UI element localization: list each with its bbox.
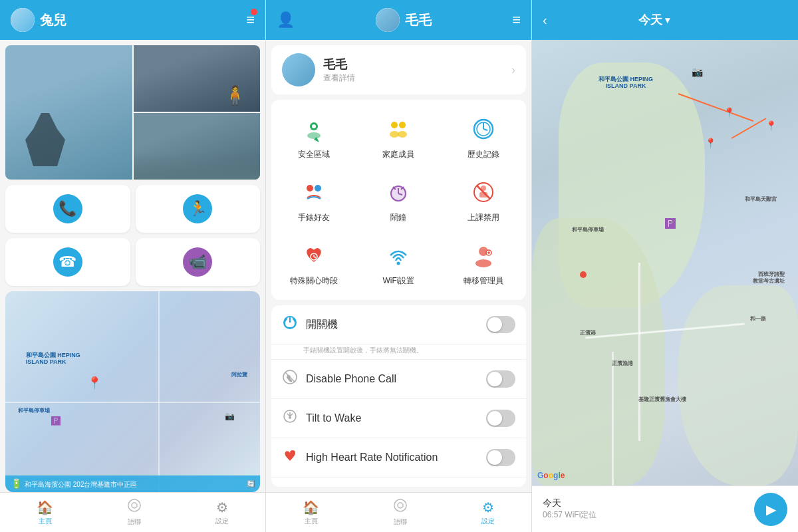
info-bar-right: 今天 06:57 WiFi定位 ▶: [532, 485, 798, 532]
map-land-3: [678, 285, 798, 486]
pin-purple: 📍: [705, 138, 716, 148]
photo-1: [5, 45, 132, 180]
person-icon-middle[interactable]: 👤: [277, 11, 295, 29]
feature-wifi-label: WiFi設置: [382, 275, 414, 287]
header-title-middle: 毛毛: [405, 11, 432, 29]
oldphone-button[interactable]: ☎: [5, 238, 130, 286]
setting-disable-call[interactable]: Disable Phone Call: [271, 360, 526, 399]
svg-point-0: [128, 499, 140, 511]
menu-icon-left[interactable]: ≡: [246, 11, 255, 29]
profile-card[interactable]: 毛毛 查看詳情 ›: [271, 45, 526, 94]
svg-line-13: [483, 129, 487, 130]
tilt-wake-toggle-knob: [487, 411, 502, 426]
setting-tilt-wake[interactable]: Tilt to Wake: [271, 399, 526, 438]
google-logo: Google: [537, 471, 565, 480]
battery-icon: 🔋: [11, 478, 22, 489]
run-icon: 🏃: [183, 194, 212, 223]
feature-transfer-admin-label: 轉移管理員: [464, 275, 503, 287]
setting-heart-rate-notif[interactable]: High Heart Rate Notification: [271, 438, 526, 477]
nav-chat-left[interactable]: 語聯: [127, 498, 142, 527]
menu-icon-middle[interactable]: ≡: [512, 11, 521, 29]
feature-watch-friend[interactable]: 手錶好友: [271, 168, 356, 231]
parking-label-right: 和平島停車場: [572, 227, 604, 233]
avatar-img-middle: [376, 8, 400, 32]
nav-home-label-middle: 主頁: [305, 517, 318, 526]
notification-dot: [251, 9, 257, 15]
transfer-admin-icon: [467, 239, 499, 271]
mini-map[interactable]: 和平島公園 HEPINGISLAND PARK 和平島停車場 阿拉覽 📍 🅿 📷…: [5, 291, 260, 492]
pin-route-2: 📍: [765, 120, 777, 131]
feature-wifi[interactable]: WiFi設置: [356, 231, 442, 295]
header-title-left: 兔兒: [40, 11, 66, 29]
play-button[interactable]: ▶: [754, 493, 787, 526]
info-text: 今天 06:57 WiFi定位: [543, 497, 746, 521]
setting-power[interactable]: 開關機: [271, 305, 526, 344]
svg-point-7: [399, 122, 406, 128]
map-pin-camera: 📷: [225, 412, 235, 421]
nav-chat-label-middle: 語聯: [394, 517, 407, 527]
nav-home-label-left: 主頁: [39, 517, 52, 526]
profile-subtitle: 查看詳情: [323, 72, 503, 84]
svg-point-9: [398, 131, 407, 138]
road-3: [612, 352, 614, 485]
map-bg: 和平島公園 HEPINGISLAND PARK 和平島停車場 阿拉覽 📍 🅿 📷: [5, 291, 260, 492]
svg-point-31: [475, 259, 491, 267]
feature-history-label: 歷史記錄: [467, 149, 499, 160]
disable-call-label: Disable Phone Call: [306, 373, 478, 385]
feature-family[interactable]: 家庭成員: [356, 105, 442, 168]
power-toggle[interactable]: [486, 316, 515, 333]
nav-settings-left[interactable]: ⚙ 設定: [215, 499, 229, 526]
chevron-down-icon: ▾: [665, 15, 670, 25]
info-date: 今天: [543, 497, 746, 509]
feature-alarm[interactable]: 鬧鐘: [356, 168, 442, 231]
power-label: 開關機: [306, 318, 478, 332]
map-right[interactable]: 和平島公園 HEPINGISLAND PARK 和平島停車場 和平島天顯宮 西班…: [532, 40, 798, 485]
feature-transfer-admin[interactable]: 轉移管理員: [441, 231, 526, 295]
class-mode-icon: [467, 176, 499, 208]
video-button[interactable]: 📹: [136, 238, 261, 286]
svg-point-43: [398, 503, 403, 508]
chat-icon-middle: [393, 498, 408, 516]
feature-class-mode[interactable]: 上課禁用: [441, 168, 526, 231]
wifi-icon: [382, 239, 414, 271]
nav-home-left[interactable]: 🏠 主頁: [37, 499, 53, 526]
setting-heart-rate-zones[interactable]: Heart Rate Zones ›: [271, 477, 526, 487]
feature-history[interactable]: 歷史記錄: [441, 105, 526, 168]
chat-icon-left: [127, 498, 142, 516]
home-icon-left: 🏠: [37, 499, 53, 515]
svg-point-3: [307, 132, 321, 139]
back-button[interactable]: ‹: [543, 13, 547, 28]
svg-point-4: [312, 124, 316, 128]
profile-info: 毛毛 查看詳情: [323, 57, 503, 84]
nav-chat-middle[interactable]: 語聯: [393, 498, 408, 527]
bottom-nav-middle: 🏠 主頁 語聯 ⚙ 設定: [266, 492, 531, 532]
panel-left: 兔兒 ≡ 📞 🏃 ☎ 📹 和平島公園 HE: [0, 0, 266, 532]
exercise-button[interactable]: 🏃: [136, 185, 261, 233]
feature-care-time[interactable]: 特殊關心時段: [271, 231, 356, 295]
tilt-wake-toggle[interactable]: [486, 410, 515, 427]
nav-home-middle[interactable]: 🏠 主頁: [303, 499, 319, 526]
safe-zone-icon: [298, 113, 330, 145]
disable-call-toggle[interactable]: [486, 370, 515, 388]
church-label-right: 西班牙諸聖教堂考古遺址: [753, 271, 785, 284]
phone-button[interactable]: 📞: [5, 185, 130, 233]
tilt-wake-label: Tilt to Wake: [306, 412, 478, 424]
building-label: 基隆正濱舊漁會大樓: [638, 396, 686, 403]
svg-point-29: [397, 262, 400, 265]
photo-2: [134, 45, 261, 112]
nav-settings-middle[interactable]: ⚙ 設定: [481, 499, 495, 526]
today-button[interactable]: 今天 ▾: [638, 12, 670, 28]
video-icon: 📹: [183, 247, 212, 277]
avatar-img-left: [11, 8, 35, 32]
park-label-right: 和平島公園 HEPINGISLAND PARK: [598, 76, 653, 90]
refresh-icon[interactable]: 🔄: [247, 480, 255, 487]
feature-safe-zone[interactable]: 安全區域: [271, 105, 356, 168]
nav-settings-label-middle: 設定: [481, 517, 495, 526]
header-middle: 👤 毛毛 ≡: [266, 0, 531, 40]
oldphone-icon: ☎: [53, 247, 82, 277]
map-pin-parking: 🅿: [51, 416, 61, 426]
heart-rate-notif-toggle[interactable]: [486, 449, 515, 466]
profile-name: 毛毛: [323, 57, 503, 72]
road-label: 和一路: [750, 316, 766, 323]
map-land-2: [532, 218, 665, 485]
